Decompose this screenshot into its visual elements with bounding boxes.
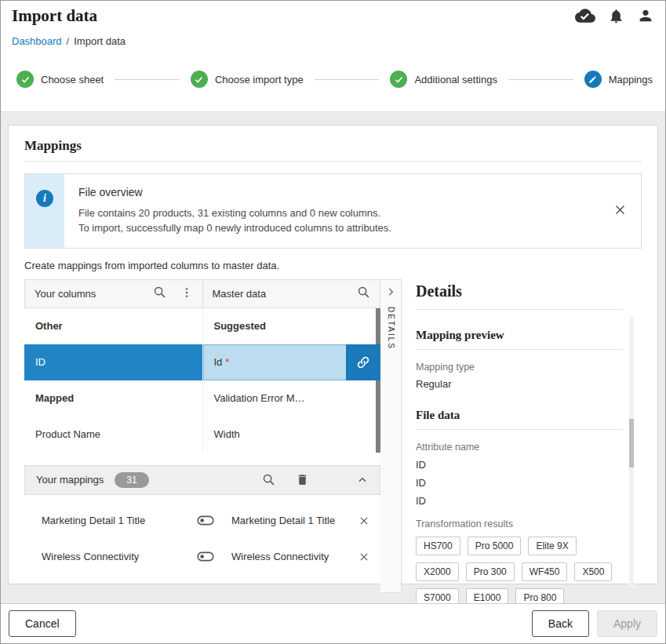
page-title: Import data	[12, 6, 97, 26]
step-label: Mappings	[609, 74, 653, 86]
transformation-results-label: Transformation results	[416, 518, 623, 529]
footer-actions: Cancel Back Apply	[1, 603, 665, 643]
your-mappings-bar: Your mappings 31	[24, 465, 380, 495]
details-collapse-tab[interactable]: DETAILS	[380, 279, 402, 593]
mapping-source: Marketing Detail 1 Title	[42, 515, 197, 526]
breadcrumb-current: Import data	[74, 35, 126, 47]
group-header-other: Other	[24, 308, 202, 344]
mappings-section-title: Mappings	[24, 138, 642, 162]
chevron-right-icon	[385, 286, 396, 300]
step-choose-import-type[interactable]: Choose import type	[191, 71, 304, 88]
step-label: Additional settings	[414, 74, 497, 86]
mapping-preview-title: Mapping preview	[416, 329, 623, 350]
attribute-value: ID	[416, 459, 623, 471]
mapping-target: Wireless Connectivity	[231, 551, 355, 562]
step-label: Choose import type	[215, 74, 304, 86]
columns-header-row: Your columns Master data	[24, 279, 380, 308]
breadcrumb-separator: /	[67, 35, 70, 47]
mapping-region: Your columns Master data Other ID Mapped	[24, 279, 642, 593]
mapping-row: Wireless Connectivity Wireless Connectiv…	[24, 539, 380, 575]
breadcrumb: Dashboard/Import data	[1, 26, 665, 50]
scrollbar-thumb[interactable]	[629, 419, 634, 468]
step-done-check-icon	[16, 71, 34, 88]
transformation-chip: S7000	[416, 588, 459, 603]
mapping-row: Marketing Detail 1 Title Marketing Detai…	[24, 503, 380, 539]
mapping-instruction-text: Create mappings from imported columns to…	[24, 260, 642, 271]
file-data-title: File data	[416, 409, 623, 430]
mappings-count-badge: 31	[115, 472, 148, 488]
step-additional-settings[interactable]: Additional settings	[390, 71, 497, 88]
master-item-width[interactable]: Width	[203, 417, 381, 453]
banner-body: File overview File contains 20 products,…	[64, 174, 641, 248]
transformation-chip: E1000	[466, 588, 509, 603]
attribute-name-label: Attribute name	[416, 442, 623, 453]
master-data-label: Master data	[213, 288, 267, 300]
columns-body: Other ID Mapped Product Name Suggested I…	[24, 308, 380, 453]
step-connector	[315, 79, 380, 80]
your-mappings-title: Your mappings	[36, 474, 104, 486]
column-item-product-name[interactable]: Product Name	[24, 417, 202, 453]
remove-mapping-icon[interactable]	[355, 548, 373, 566]
master-list-scrollbar[interactable]	[376, 308, 380, 453]
breadcrumb-dashboard-link[interactable]: Dashboard	[12, 35, 62, 47]
group-header-mapped: Mapped	[24, 380, 202, 417]
step-choose-sheet[interactable]: Choose sheet	[16, 71, 104, 88]
details-tab-label: DETAILS	[387, 307, 395, 350]
your-columns-list: Other ID Mapped Product Name	[24, 308, 203, 453]
transformation-chip: Pro 800	[515, 588, 564, 603]
search-icon[interactable]	[357, 286, 370, 301]
map-link-button[interactable]	[346, 344, 380, 380]
master-item-validation-error[interactable]: Validation Error M…	[203, 380, 381, 417]
step-done-check-icon	[191, 71, 208, 88]
details-title: Details	[416, 282, 623, 310]
topbar: Import data Dashboard/Import data Choose…	[1, 1, 665, 112]
column-item-id-selected[interactable]: ID	[24, 344, 202, 380]
search-icon[interactable]	[262, 473, 275, 486]
collapse-chevron-up-icon[interactable]	[356, 474, 369, 486]
remove-mapping-icon[interactable]	[355, 512, 373, 529]
back-button[interactable]: Back	[532, 610, 589, 637]
banner-close-icon[interactable]	[613, 203, 627, 219]
step-connector	[115, 79, 180, 80]
your-mappings-list: Marketing Detail 1 Title Marketing Detai…	[24, 495, 380, 575]
your-mappings-actions	[262, 473, 369, 486]
banner-line1: File contains 20 products, 31 existing c…	[78, 206, 603, 221]
transformation-chip: Pro 300	[466, 562, 515, 581]
required-asterisk: *	[225, 356, 229, 368]
transformation-chip: HS700	[416, 537, 460, 555]
step-done-check-icon	[390, 71, 407, 88]
kebab-menu-icon[interactable]	[180, 286, 193, 301]
user-account-icon[interactable]	[637, 7, 654, 24]
master-data-list: Suggested Id * Validation Error M… Width	[203, 308, 381, 453]
topbar-icons	[575, 5, 654, 26]
master-item-id-selected[interactable]: Id *	[203, 344, 381, 380]
trash-icon[interactable]	[296, 473, 309, 486]
mapping-toggle-icon[interactable]	[197, 515, 214, 526]
master-data-header: Master data	[202, 280, 380, 307]
step-edit-pencil-icon	[584, 71, 602, 88]
your-columns-header: Your columns	[25, 280, 202, 307]
info-icon: i	[36, 190, 53, 207]
master-item-label: Id	[214, 356, 223, 368]
search-icon[interactable]	[153, 286, 166, 301]
step-mappings-current[interactable]: Mappings	[584, 71, 653, 88]
wizard-stepper: Choose sheet Choose import type Addition…	[1, 50, 665, 112]
mapping-toggle-icon[interactable]	[197, 551, 214, 562]
transformation-chips: HS700 Pro 5000 Elite 9X X2000 Pro 300 WF…	[416, 537, 620, 603]
banner-title: File overview	[78, 186, 603, 198]
banner-accent-strip: i	[25, 174, 64, 248]
attribute-value: ID	[416, 477, 623, 489]
transformation-chip: X500	[574, 562, 612, 581]
cloud-sync-done-icon[interactable]	[575, 5, 595, 26]
details-scrollbar[interactable]	[629, 317, 634, 587]
notifications-bell-icon[interactable]	[608, 8, 624, 24]
transformation-chip: X2000	[416, 562, 459, 581]
transformation-chip: Elite 9X	[528, 537, 576, 555]
mapping-type-label: Mapping type	[416, 362, 623, 373]
transformation-chip: WF450	[522, 562, 568, 581]
apply-button[interactable]: Apply	[597, 610, 657, 637]
cancel-button[interactable]: Cancel	[9, 610, 76, 637]
mapping-type-value: Regular	[416, 378, 623, 390]
your-columns-label: Your columns	[35, 288, 96, 300]
step-connector	[508, 79, 573, 80]
